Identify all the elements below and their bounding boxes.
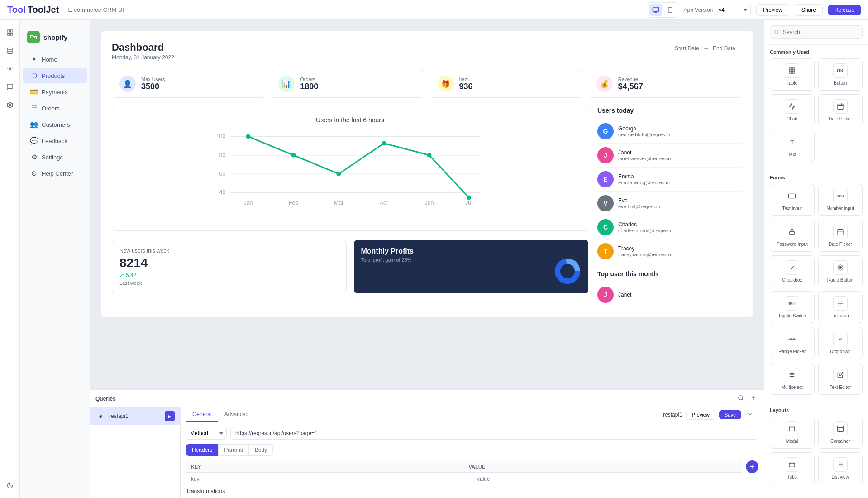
forms-grid: Text Input 123 Number Input Password Inp…	[770, 184, 863, 395]
svg-text:Mar: Mar	[334, 200, 344, 206]
queries-search-btn[interactable]	[736, 394, 746, 403]
text-input-widget[interactable]: Text Input	[770, 184, 815, 216]
radio-button-widget[interactable]: Radio Button	[818, 255, 863, 287]
sidebar-item-help-center[interactable]: ⊙ Help Center	[23, 166, 87, 181]
sidebar-item-feedback[interactable]: 💬 Feedback	[23, 133, 87, 148]
query-save-btn[interactable]: Save	[719, 410, 741, 419]
sidebar-item-products[interactable]: ⬡ Products	[23, 68, 87, 83]
dropdown-icon	[833, 332, 848, 346]
textarea-widget[interactable]: Textarea	[818, 291, 863, 323]
text-widget[interactable]: T Text	[770, 130, 815, 162]
list-view-icon	[833, 457, 848, 472]
tab-general[interactable]: General	[186, 407, 218, 422]
sub-tab-body[interactable]: Body	[249, 444, 273, 456]
device-mobile-btn[interactable]	[664, 4, 677, 16]
user-name-tracey: Tracey	[618, 245, 671, 252]
sub-tab-params[interactable]: Params	[218, 444, 248, 456]
modal-label: Modal	[786, 439, 798, 444]
max-users-icon: 👤	[119, 76, 136, 92]
svg-rect-0	[653, 7, 658, 11]
method-url-row: Method GET POST PUT DELETE	[186, 427, 758, 440]
range-picker-widget[interactable]: Range Picker	[770, 327, 815, 359]
dropdown-widget[interactable]: Dropdown	[818, 327, 863, 359]
table-widget[interactable]: Table	[770, 58, 815, 91]
stat-orders-info: Orders 1800	[300, 77, 318, 91]
svg-point-58	[790, 338, 792, 340]
sidebar-settings-btn[interactable]	[3, 62, 17, 76]
kv-value-input[interactable]	[472, 473, 758, 484]
stat-max-users-value: 3500	[141, 82, 165, 91]
user-info-charles: Charles charles.morris@reqres.i	[618, 221, 671, 233]
multiselect-widget[interactable]: Multiselect	[770, 363, 815, 395]
method-select[interactable]: Method GET POST PUT DELETE	[186, 427, 227, 440]
sidebar-item-payments[interactable]: 💳 Payments	[23, 84, 87, 100]
sidebar-dark-mode-btn[interactable]	[3, 478, 17, 493]
toggle-switch-icon	[785, 296, 799, 311]
widget-search-input[interactable]	[770, 25, 863, 39]
sidebar-item-orders[interactable]: ☰ Orders	[23, 101, 87, 116]
device-desktop-btn[interactable]	[649, 4, 662, 16]
sidebar-database-btn[interactable]	[3, 43, 17, 58]
toggle-switch-widget[interactable]: Toggle Switch	[770, 291, 815, 323]
number-input-label: Number Input	[826, 206, 854, 211]
button-widget[interactable]: OK Button	[818, 58, 863, 91]
modal-widget[interactable]: Modal	[770, 417, 815, 449]
sidebar-item-home[interactable]: ✦ Home	[23, 52, 87, 67]
text-editor-widget[interactable]: Text Editor	[818, 363, 863, 395]
sidebar-pages-btn[interactable]	[3, 25, 17, 40]
svg-point-8	[9, 68, 11, 70]
chart-section: Users in the last 6 hours	[112, 107, 588, 231]
svg-point-9	[9, 104, 11, 106]
chart-widget[interactable]: Chart	[770, 94, 815, 126]
checkbox-widget[interactable]: Checkbox	[770, 255, 815, 287]
text-widget-label: Text	[788, 152, 796, 157]
users-today-title: Users today	[597, 107, 742, 114]
number-input-widget[interactable]: 123 Number Input	[818, 184, 863, 216]
sidebar-chat-btn[interactable]	[3, 80, 17, 94]
container-widget[interactable]: Container	[818, 417, 863, 449]
range-picker-label: Range Picker	[778, 349, 806, 354]
user-item-tracey: T Tracey tracey.ramos@reqres.in	[597, 239, 742, 263]
share-button[interactable]: Share	[795, 4, 823, 16]
user-avatar-tracey: T	[597, 243, 614, 259]
tab-advanced[interactable]: Advanced	[218, 407, 255, 422]
url-input[interactable]	[230, 427, 758, 440]
version-select[interactable]: v4 v3 v2	[715, 5, 751, 15]
panel-section-forms: Forms Text Input 123 Number Input Pass	[764, 170, 868, 399]
kv-header-row: KEY VALUE +	[186, 460, 758, 473]
textarea-label: Textarea	[832, 313, 849, 318]
query-run-btn-restapi1[interactable]: ▶	[165, 411, 175, 421]
user-name-janet: Janet	[618, 149, 671, 156]
help-icon: ⊙	[30, 169, 38, 177]
svg-point-28	[427, 153, 432, 158]
preview-button[interactable]: Preview	[756, 4, 789, 16]
queries-add-btn[interactable]	[749, 394, 758, 403]
tabs-widget[interactable]: Tabs	[770, 452, 815, 484]
query-name-restapi1: restapi1	[109, 413, 161, 419]
release-button[interactable]: Release	[828, 5, 861, 15]
query-collapse-btn[interactable]	[745, 409, 755, 421]
kv-add-btn[interactable]: +	[746, 460, 758, 473]
new-users-last-week: Last week	[119, 280, 339, 286]
svg-point-25	[291, 153, 296, 158]
layouts-title: Layouts	[770, 407, 863, 413]
query-preview-btn[interactable]: Preview	[686, 410, 715, 420]
svg-rect-68	[789, 463, 795, 467]
sidebar-config-btn[interactable]	[3, 98, 17, 112]
sub-tab-headers[interactable]: Headers	[186, 444, 218, 456]
list-view-widget[interactable]: List view	[818, 452, 863, 484]
password-input-widget[interactable]: Password Input	[770, 220, 815, 252]
text-input-label: Text Input	[782, 206, 802, 211]
button-icon: OK	[833, 63, 848, 78]
svg-text:60: 60	[219, 171, 226, 177]
kv-key-input[interactable]	[186, 473, 472, 484]
date-picker-form-widget[interactable]: Date Picker	[818, 220, 863, 252]
query-name-area: restapi1 Preview Save	[663, 409, 758, 421]
sidebar-item-customers[interactable]: 👥 Customers	[23, 117, 87, 132]
query-item-restapi1[interactable]: ⚙ restapi1 ▶	[90, 407, 180, 425]
feedback-icon: 💬	[30, 137, 38, 145]
date-range-picker[interactable]: Start Date → End Date	[668, 42, 742, 55]
date-picker-widget[interactable]: Date Picker	[818, 94, 863, 126]
orders-icon: ☰	[30, 104, 38, 112]
sidebar-item-settings[interactable]: ⚙ Settings	[23, 149, 87, 165]
